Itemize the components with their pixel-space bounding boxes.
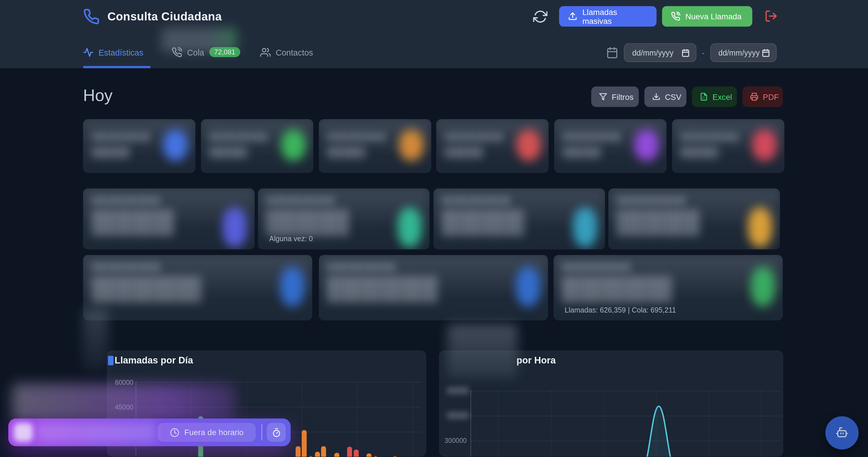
stat-card [83,255,312,320]
stat-card [608,189,780,250]
spreadsheet-file-icon [700,93,708,101]
date-start-value: dd/mm/yyyy [632,48,674,57]
pdf-export-button[interactable]: PDF [742,86,783,107]
bar [393,456,398,457]
redacted-value [92,276,203,303]
llamadas-masivas-label: Llamadas masivas [582,7,648,25]
stat-card [319,255,548,320]
llamadas-masivas-button[interactable]: Llamadas masivas [559,6,656,27]
tab-contactos[interactable]: Contactos [260,44,313,60]
redacted-value [445,147,484,158]
app-header: Consulta Ciudadana Llamadas masivas Nuev… [0,0,868,68]
tab-contactos-label: Contactos [276,48,313,57]
robot-icon [834,425,849,440]
redacted-blur-region [161,28,237,52]
stat-card [83,189,255,250]
filter-icon [599,93,607,101]
redacted-value [92,147,131,158]
bar [353,449,359,457]
redacted-value [562,276,673,303]
redacted-label [328,263,397,272]
stat-icon [163,130,188,161]
redacted-label [563,133,621,141]
redacted-value [210,147,249,158]
redacted-label [328,133,385,141]
date-end-input[interactable]: dd/mm/yyyy [710,43,776,62]
redacted-label [681,133,739,141]
bar [321,446,326,457]
redacted-label [442,196,511,205]
gridline [136,382,421,382]
gridline [357,382,358,457]
stat-card [201,119,313,173]
chatbot-fab-button[interactable] [826,416,859,450]
stat-icon [751,266,775,307]
redacted-caller-info [37,423,156,442]
calendar-picker-icon[interactable] [762,49,770,57]
date-start-input[interactable]: dd/mm/yyyy [624,43,696,62]
nueva-llamada-button[interactable]: Nueva Llamada [662,6,752,27]
stopwatch-icon [272,428,281,437]
stat-card [672,119,784,173]
page-title: Consulta Ciudadana [107,10,222,23]
redacted-label [92,263,161,272]
call-status-toast[interactable]: Fuera de horario [8,419,290,446]
csv-export-button[interactable]: CSV [644,86,686,107]
bar [308,456,313,457]
status-badge-label: Fuera de horario [184,428,243,437]
redacted-value [617,209,700,236]
redacted-value [328,276,438,303]
bar [315,452,320,457]
excel-export-button[interactable]: Excel [692,86,737,107]
stat-icon [573,207,597,247]
stat-icon [634,130,659,161]
avatar [14,423,32,442]
stat-icon [399,130,423,161]
stat-card: Llamadas: 626,359 | Cola: 695,211 [554,255,783,320]
redacted-value [681,147,720,158]
stat-icon [516,266,540,307]
active-tab-indicator [83,66,151,68]
clock-icon [170,428,179,437]
stat-card [554,119,666,173]
stat-card-note: Llamadas: 626,359 | Cola: 695,211 [565,306,676,314]
stat-card [433,189,605,250]
dashboard-page: Consulta Ciudadana Llamadas masivas Nuev… [0,0,868,457]
download-icon [652,93,660,101]
redacted-label [267,196,336,205]
stat-icon [517,130,541,161]
bar-chart-icon [108,356,114,365]
logout-icon[interactable] [765,9,778,23]
bar [334,453,339,457]
stat-icon [748,207,772,247]
phone-outgoing-icon [671,11,680,21]
chart-dia-title: Llamadas por Día [115,355,193,367]
refresh-button[interactable] [533,9,548,24]
divider [261,424,262,440]
bar [367,453,371,457]
calendar-icon [606,47,618,59]
users-icon [260,47,271,58]
redacted-label [562,263,632,272]
stat-card [319,119,431,173]
redacted-blur-region [12,383,236,421]
calendar-picker-icon[interactable] [681,49,690,57]
stat-icon [281,130,306,161]
redacted-value [328,147,366,158]
timer-button[interactable] [267,423,285,442]
app-logo-row: Consulta Ciudadana [83,5,222,28]
date-end-value: dd/mm/yyyy [718,48,760,57]
redacted-label [445,133,503,141]
date-range-separator: - [702,48,705,57]
stat-card [436,119,549,173]
nueva-llamada-label: Nueva Llamada [685,12,742,21]
redacted-value [442,209,525,236]
redacted-label [617,196,686,205]
pdf-label: PDF [763,92,779,101]
redacted-value [563,147,602,158]
stat-icon [222,207,247,247]
filtros-button[interactable]: Filtros [591,86,639,107]
date-range-filter: dd/mm/yyyy - dd/mm/yyyy [606,43,777,62]
redacted-label [92,133,150,141]
tab-estadisticas[interactable]: Estadísticas [83,44,144,60]
